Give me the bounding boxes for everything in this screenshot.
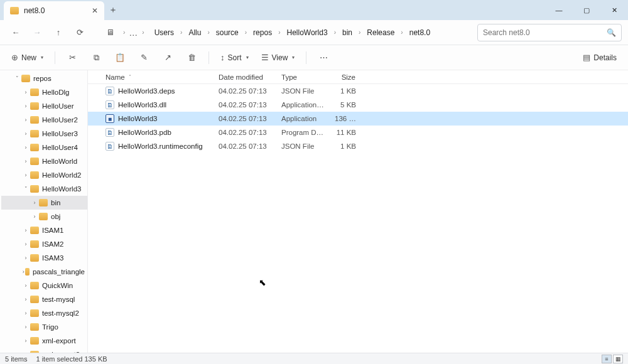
file-icon: 🗎 (106, 142, 114, 151)
tree-item[interactable]: ˅HelloWorld3 (1, 182, 87, 196)
details-button[interactable]: ▤ Details (578, 48, 622, 67)
tree-item[interactable]: ›HelloUser2 (1, 113, 87, 127)
share-icon: ↗ (165, 53, 171, 62)
tree-item[interactable]: ›ISAM1 (1, 223, 87, 237)
chevron-right-icon[interactable]: › (21, 296, 30, 302)
new-button[interactable]: ⊕ New ▾ (6, 48, 48, 67)
tree-item[interactable]: ›HelloUser (1, 99, 87, 113)
chevron-right-icon[interactable]: › (21, 144, 30, 151)
up-button[interactable]: ↑ (49, 23, 68, 42)
chevron-right-icon[interactable]: › (21, 172, 30, 178)
tree-item[interactable]: ›obj (1, 210, 87, 223)
breadcrumb-segment[interactable]: Release (363, 26, 398, 40)
minimize-button[interactable]: — (545, 0, 573, 20)
chevron-right-icon[interactable]: › (21, 255, 30, 261)
breadcrumb-segment[interactable]: Users (151, 26, 178, 40)
breadcrumb-segment[interactable]: net8.0 (406, 26, 434, 40)
rename-button[interactable]: ✎ (133, 48, 154, 67)
chevron-right-icon[interactable]: › (21, 241, 30, 247)
paste-button[interactable]: 📋 (109, 48, 131, 67)
more-button[interactable]: ⋯ (313, 48, 334, 67)
this-pc-icon[interactable]: 🖥 (100, 23, 119, 42)
tree-item[interactable]: ›test-mysql (1, 292, 87, 306)
chevron-right-icon[interactable]: › (21, 158, 30, 164)
tree-label: HelloWorld3 (42, 185, 81, 193)
window-tab[interactable]: net8.0 ✕ (4, 1, 104, 20)
cut-button[interactable]: ✂ (62, 48, 83, 67)
breadcrumb-segment[interactable]: source (212, 26, 242, 40)
chevron-down-icon: ▾ (41, 55, 43, 60)
chevron-right-icon[interactable]: › (21, 351, 30, 353)
share-button[interactable]: ↗ (157, 48, 178, 67)
forward-button[interactable]: → (28, 23, 46, 42)
tree-item[interactable]: ›HelloWorld2 (1, 168, 87, 182)
column-type[interactable]: Type (276, 73, 330, 81)
column-name[interactable]: Name˄ (100, 73, 214, 81)
chevron-right-icon: › (122, 29, 126, 36)
file-row[interactable]: 🗎HelloWorld3.dll04.02.25 07:13Applicatio… (88, 98, 628, 112)
tree-item[interactable]: ›ISAM2 (1, 237, 87, 251)
breadcrumb-segment[interactable]: HelloWorld3 (283, 26, 331, 40)
breadcrumb-segment[interactable]: bin (338, 26, 356, 40)
chevron-right-icon[interactable]: › (30, 200, 39, 206)
tree-item[interactable]: ›xml-export (1, 334, 87, 348)
chevron-right-icon[interactable]: › (21, 103, 30, 109)
folder-icon (30, 88, 39, 96)
file-row[interactable]: 🗎HelloWorld3.runtimeconfig04.02.25 07:13… (88, 139, 628, 153)
chevron-right-icon[interactable]: › (21, 324, 30, 330)
column-date[interactable]: Date modified (214, 73, 276, 81)
tree-item[interactable]: ›HelloDlg (1, 85, 87, 99)
view-button[interactable]: ☰ View ▾ (256, 48, 300, 67)
back-button[interactable]: ← (6, 23, 25, 42)
breadcrumb-segment[interactable]: repos (249, 26, 276, 40)
chevron-down-icon[interactable]: ˅ (13, 75, 21, 82)
file-row[interactable]: 🗎HelloWorld3.pdb04.02.25 07:13Program De… (88, 126, 628, 139)
tree-item[interactable]: ›QuickWin (1, 279, 87, 292)
chevron-right-icon[interactable]: › (21, 227, 30, 233)
folder-icon (30, 254, 39, 262)
new-label: New (21, 53, 36, 62)
titlebar: net8.0 ✕ ＋ — ▢ ✕ (0, 0, 628, 20)
chevron-right-icon[interactable]: › (21, 310, 30, 316)
tree-item[interactable]: ›HelloWorld (1, 154, 87, 168)
path-overflow-icon[interactable]: … (129, 28, 138, 38)
search-box[interactable]: 🔍 (477, 24, 622, 41)
tree-item[interactable]: ˅repos (1, 72, 87, 85)
file-row[interactable]: ■HelloWorld304.02.25 07:13Application136… (88, 112, 628, 126)
new-tab-button[interactable]: ＋ (104, 1, 122, 19)
tree-item[interactable]: ›Trigo (1, 320, 87, 334)
file-name: HelloWorld3.runtimeconfig (118, 142, 203, 150)
tree-item[interactable]: ›pascals_triangle (1, 265, 87, 279)
tree-item[interactable]: ›bin (1, 196, 87, 210)
breadcrumb-segment[interactable]: Allu (185, 26, 205, 40)
tree-label: Trigo (42, 323, 58, 331)
tree-item[interactable]: ›ISAM3 (1, 251, 87, 265)
tree-item[interactable]: ›HelloUser4 (1, 141, 87, 154)
refresh-button[interactable]: ⟳ (70, 23, 89, 42)
file-row[interactable]: 🗎HelloWorld3.deps04.02.25 07:13JSON File… (88, 84, 628, 98)
chevron-right-icon[interactable]: › (21, 282, 30, 289)
sort-asc-icon: ˄ (129, 74, 131, 80)
icons-view-button[interactable]: ▦ (613, 355, 623, 363)
chevron-right-icon[interactable]: › (21, 338, 30, 344)
close-window-button[interactable]: ✕ (600, 0, 628, 20)
chevron-right-icon[interactable]: › (21, 131, 30, 137)
tree-label: test-mysql (42, 296, 75, 303)
maximize-button[interactable]: ▢ (573, 0, 600, 20)
file-name: HelloWorld3.dll (118, 101, 166, 109)
chevron-right-icon[interactable]: › (21, 117, 30, 123)
tree-item[interactable]: ›xml-export2 (1, 348, 87, 353)
chevron-right-icon[interactable]: › (30, 213, 39, 220)
details-view-button[interactable]: ≡ (602, 355, 612, 363)
copy-button[interactable]: ⧉ (85, 48, 107, 67)
tree-item[interactable]: ›test-mysql2 (1, 306, 87, 320)
column-size[interactable]: Size (330, 73, 361, 81)
chevron-right-icon[interactable]: › (21, 89, 30, 95)
file-type: JSON File (276, 87, 330, 95)
close-tab-icon[interactable]: ✕ (92, 6, 98, 15)
delete-button[interactable]: 🗑 (181, 48, 202, 67)
search-input[interactable] (483, 28, 603, 37)
chevron-down-icon[interactable]: ˅ (21, 186, 30, 192)
tree-item[interactable]: ›HelloUser3 (1, 127, 87, 141)
sort-button[interactable]: ↕ Sort ▾ (215, 48, 254, 67)
